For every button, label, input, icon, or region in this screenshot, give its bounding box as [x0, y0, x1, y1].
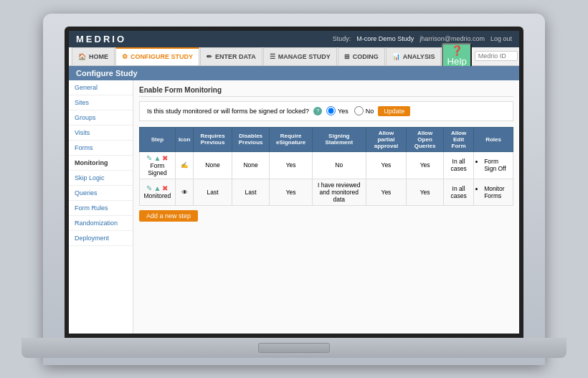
cell-allow-partial-2: Yes [366, 179, 406, 205]
monitoring-row: Is this study monitored or will forms be… [147, 106, 506, 116]
cell-signing-statement-1: No [312, 151, 366, 179]
sidebar-item-randomization[interactable]: Randomization [69, 216, 133, 231]
sidebar-item-sites[interactable]: Sites [69, 95, 133, 110]
tab-analysis[interactable]: 📊 ANALYSIS [386, 47, 442, 65]
medrio-id-input[interactable] [475, 51, 518, 61]
radio-yes[interactable]: Yes [326, 106, 348, 115]
col-step: Step [140, 127, 176, 151]
laptop-base [22, 338, 566, 358]
tab-analysis-label: ANALYSIS [403, 53, 435, 60]
roles-list-1: Form Sign Off [477, 158, 510, 172]
table-row: ✎ ▲ ✖ Monitored 👁 Last Last Yes [140, 179, 513, 205]
screen-bezel: MEDRIO Study: M-core Demo Study jharriso… [65, 27, 523, 338]
cell-require-esig-2: Yes [270, 179, 312, 205]
cell-allow-partial-1: Yes [366, 151, 406, 179]
cell-step-actions-2: ✎ ▲ ✖ Monitored [140, 179, 176, 205]
sidebar-item-skip-logic[interactable]: Skip Logic [69, 171, 133, 186]
sidebar-item-queries[interactable]: Queries [69, 186, 133, 201]
study-label: Study: [333, 35, 351, 42]
content-area: General Sites Groups Visits Forms Monito… [69, 80, 519, 334]
role-item: Monitor Forms [484, 185, 510, 199]
nav-bar: 🏠 HOME ⚙ CONFIGURE STUDY ✏ ENTER DATA ☰ … [69, 47, 519, 66]
tab-configure-label: CONFIGURE STUDY [131, 53, 193, 60]
edit-icon-1[interactable]: ✎ [146, 154, 152, 162]
user-email[interactable]: jharrison@medrio.com [419, 35, 485, 42]
tab-enter-data[interactable]: ✏ ENTER DATA [200, 47, 262, 65]
tab-enter-data-label: ENTER DATA [215, 53, 256, 60]
up-icon-1[interactable]: ▲ [153, 154, 161, 162]
col-allow-open-queries: Allow Open Queries [407, 127, 444, 151]
medrio-id-box: 🔍 [475, 51, 519, 61]
manage-icon: ☰ [270, 53, 275, 60]
table-row: ✎ ▲ ✖ Form Signed ✍ None None Yes [140, 151, 513, 179]
tab-configure-study[interactable]: ⚙ CONFIGURE STUDY [115, 47, 199, 65]
yes-label: Yes [338, 108, 348, 115]
sidebar: General Sites Groups Visits Forms Monito… [69, 80, 133, 334]
cell-icon-1: ✍ [175, 151, 193, 179]
cell-allow-edit-form-1: In all cases [443, 151, 473, 179]
col-requires-previous: Requires Previous [194, 127, 232, 151]
radio-no[interactable]: No [354, 106, 374, 115]
nav-right: ❓ Help 🔍 [442, 47, 519, 65]
study-name[interactable]: M-core Demo Study [356, 35, 414, 42]
app-logo: MEDRIO [76, 34, 126, 44]
step-name-1: Form Signed [143, 162, 172, 176]
logout-link[interactable]: Log out [490, 35, 512, 42]
enter-data-icon: ✏ [207, 53, 212, 60]
sidebar-item-monitoring[interactable]: Monitoring [69, 156, 133, 171]
edit-icon-2[interactable]: ✎ [146, 184, 152, 192]
radio-group: Yes No [326, 106, 374, 115]
cell-step-actions-1: ✎ ▲ ✖ Form Signed [140, 151, 176, 179]
tab-manage-label: MANAGE STUDY [278, 53, 331, 60]
home-icon: 🏠 [78, 53, 86, 60]
cell-disables-previous-2: Last [232, 179, 270, 205]
cell-allow-open-queries-1: Yes [407, 151, 444, 179]
update-button[interactable]: Update [378, 106, 410, 116]
sidebar-item-visits[interactable]: Visits [69, 126, 133, 141]
page-title-bar: Configure Study [69, 66, 519, 80]
step-icons-2: ✎ ▲ ✖ [143, 184, 172, 192]
step-name-2: Monitored [143, 192, 172, 199]
delete-icon-2[interactable]: ✖ [162, 184, 168, 192]
form-monitoring-box: Is this study monitored or will forms be… [139, 101, 513, 121]
no-label: No [366, 108, 374, 115]
laptop-body: MEDRIO Study: M-core Demo Study jharriso… [43, 14, 545, 365]
cell-require-esig-1: Yes [270, 151, 312, 179]
cell-allow-edit-form-2: In all cases [443, 179, 473, 205]
section-title: Enable Form Monitoring [139, 86, 513, 97]
cell-requires-previous-2: Last [194, 179, 232, 205]
step-icons-1: ✎ ▲ ✖ [143, 154, 172, 162]
col-disables-previous: Disables Previous [232, 127, 270, 151]
sidebar-item-forms[interactable]: Forms [69, 141, 133, 156]
sidebar-item-general[interactable]: General [69, 80, 133, 95]
tab-home[interactable]: 🏠 HOME [72, 47, 115, 65]
cell-requires-previous-1: None [194, 151, 232, 179]
tab-coding[interactable]: ⊞ CODING [338, 47, 385, 65]
main-content: Enable Form Monitoring Is this study mon… [133, 80, 519, 334]
col-allow-partial: Allow partial approval [366, 127, 406, 151]
help-icon-monitoring[interactable]: ? [313, 107, 322, 115]
cell-roles-1: Form Sign Off [474, 151, 513, 179]
screen: MEDRIO Study: M-core Demo Study jharriso… [69, 31, 519, 334]
coding-icon: ⊞ [344, 53, 350, 60]
tab-home-label: HOME [89, 53, 108, 60]
sidebar-item-form-rules[interactable]: Form Rules [69, 201, 133, 216]
sidebar-item-deployment[interactable]: Deployment [69, 231, 133, 246]
header-right: Study: M-core Demo Study jharrison@medri… [333, 35, 512, 42]
cell-disables-previous-1: None [232, 151, 270, 179]
roles-list-2: Monitor Forms [477, 185, 510, 199]
steps-table: Step Icon Requires Previous Disables Pre… [139, 127, 513, 206]
analysis-icon: 📊 [392, 53, 400, 60]
trackpad[interactable] [258, 343, 330, 353]
up-icon-2[interactable]: ▲ [153, 184, 161, 192]
cell-icon-2: 👁 [175, 179, 193, 205]
page-title: Configure Study [76, 69, 138, 77]
tab-manage-study[interactable]: ☰ MANAGE STUDY [263, 47, 337, 65]
delete-icon-1[interactable]: ✖ [162, 154, 168, 162]
col-signing-statement: Signing Statement [312, 127, 366, 151]
col-require-esig: Require eSignature [270, 127, 312, 151]
sidebar-item-groups[interactable]: Groups [69, 110, 133, 126]
cell-roles-2: Monitor Forms [474, 179, 513, 205]
add-step-button[interactable]: Add a new step [139, 210, 198, 222]
tab-coding-label: CODING [353, 53, 379, 60]
